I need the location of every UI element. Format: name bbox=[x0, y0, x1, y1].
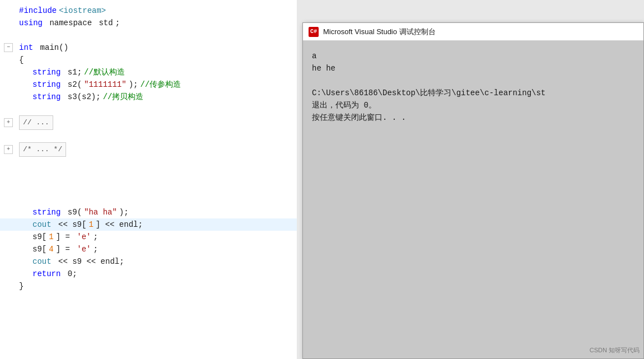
code-token: 'e' bbox=[74, 243, 91, 255]
code-line: −int main() bbox=[0, 41, 297, 54]
code-token: s9[ bbox=[30, 243, 46, 255]
code-line: string s1;//默认构造 bbox=[0, 66, 297, 78]
line-content: } bbox=[17, 280, 297, 292]
debug-body: ahe he C:\Users\86186\Desktop\比特学习\gitee… bbox=[303, 41, 643, 358]
debug-window: C# Microsoft Visual Studio 调试控制台 ahe he … bbox=[302, 22, 644, 359]
line-content: #include<iostream> bbox=[17, 4, 297, 17]
right-panel: C# Microsoft Visual Studio 调试控制台 ahe he … bbox=[297, 0, 644, 359]
code-token: ); bbox=[127, 78, 138, 91]
code-token: <iostream> bbox=[57, 4, 106, 17]
code-line bbox=[0, 130, 297, 142]
code-token: int bbox=[17, 41, 33, 54]
watermark: CSDN 知呀写代码 bbox=[590, 346, 640, 355]
code-token: << s9[ bbox=[52, 218, 87, 231]
code-token: 0; bbox=[60, 268, 77, 280]
line-content: s9[4] = 'e'; bbox=[17, 243, 297, 255]
code-token: << s9 << endl; bbox=[52, 255, 124, 268]
code-line: +/* ... */ bbox=[0, 142, 297, 157]
code-line: s9[1] = 'e'; bbox=[0, 231, 297, 243]
line-content: { bbox=[17, 54, 297, 66]
code-token: "1111111" bbox=[82, 78, 127, 91]
code-line bbox=[0, 181, 297, 194]
code-line: string s9("ha ha"); bbox=[0, 206, 297, 218]
code-token: ] = bbox=[54, 231, 75, 243]
debug-output-line: he he bbox=[312, 62, 634, 74]
code-token: #include bbox=[17, 4, 57, 17]
code-token: } bbox=[17, 280, 24, 292]
code-line bbox=[0, 169, 297, 181]
code-line: cout << s9[1] << endl; bbox=[0, 218, 297, 231]
code-token: namespace bbox=[43, 17, 96, 29]
code-token: ); bbox=[117, 206, 129, 218]
code-line: return 0; bbox=[0, 268, 297, 280]
code-token: ; bbox=[91, 243, 97, 255]
debug-output-line bbox=[312, 76, 316, 85]
folded-block[interactable]: // ... bbox=[19, 115, 53, 130]
code-token: string bbox=[30, 78, 60, 91]
code-line: s9[4] = 'e'; bbox=[0, 243, 297, 255]
code-line: } bbox=[0, 280, 297, 292]
folded-block[interactable]: /* ... */ bbox=[19, 142, 66, 157]
line-content: string s1;//默认构造 bbox=[17, 66, 297, 78]
code-token: return bbox=[30, 268, 60, 280]
code-token: using bbox=[17, 17, 43, 29]
code-token: //拷贝构造 bbox=[101, 91, 144, 103]
line-content: using namespace std; bbox=[17, 17, 297, 29]
line-content: string s9("ha ha"); bbox=[17, 206, 297, 218]
line-content: string s3(s2);//拷贝构造 bbox=[17, 91, 297, 103]
code-token: s9( bbox=[60, 206, 82, 218]
code-token: main() bbox=[33, 41, 68, 54]
line-gutter: + bbox=[0, 118, 17, 127]
code-token: 'e' bbox=[74, 231, 91, 243]
debug-icon-text: C# bbox=[310, 29, 317, 35]
fold-plus-button[interactable]: + bbox=[4, 118, 13, 127]
debug-title: Microsoft Visual Studio 调试控制台 bbox=[323, 27, 436, 37]
code-token: s9[ bbox=[30, 231, 46, 243]
line-content: cout << s9 << endl; bbox=[17, 255, 297, 268]
fold-minus-button[interactable]: − bbox=[4, 43, 13, 52]
code-token: //传参构造 bbox=[138, 78, 181, 91]
code-line bbox=[0, 194, 297, 206]
debug-output-line: a bbox=[312, 50, 634, 62]
code-content: #include<iostream>using namespace std;−i… bbox=[0, 0, 297, 297]
code-token: cout bbox=[30, 255, 52, 268]
code-token: ; bbox=[91, 231, 97, 243]
line-gutter: − bbox=[0, 43, 17, 52]
line-gutter: + bbox=[0, 145, 17, 154]
debug-output-line: C:\Users\86186\Desktop\比特学习\gitee\c-lear… bbox=[312, 87, 634, 99]
line-content: // ... bbox=[17, 115, 297, 130]
code-token: 1 bbox=[86, 218, 93, 231]
line-content: int main() bbox=[17, 41, 297, 54]
code-token: cout bbox=[30, 218, 52, 231]
code-token: ] << endl; bbox=[94, 218, 143, 231]
debug-output-line: 退出，代码为 0。 bbox=[312, 99, 634, 111]
code-line: +// ... bbox=[0, 115, 297, 130]
code-token: { bbox=[17, 54, 24, 66]
code-editor: #include<iostream>using namespace std;−i… bbox=[0, 0, 297, 359]
debug-output-line: 按任意键关闭此窗口. . . bbox=[312, 111, 634, 124]
code-token: s3(s2); bbox=[60, 91, 100, 103]
code-token: s2( bbox=[60, 78, 82, 91]
code-token: 4 bbox=[46, 243, 53, 255]
code-token: string bbox=[30, 206, 60, 218]
code-token: std bbox=[96, 17, 113, 29]
line-content: return 0; bbox=[17, 268, 297, 280]
code-line: #include<iostream> bbox=[0, 4, 297, 17]
code-line bbox=[0, 103, 297, 115]
code-token: "ha ha" bbox=[82, 206, 117, 218]
line-content: string s2("1111111");//传参构造 bbox=[17, 78, 297, 91]
code-line: { bbox=[0, 54, 297, 66]
code-token: ; bbox=[113, 17, 120, 29]
code-token: s1; bbox=[60, 66, 82, 78]
code-token: string bbox=[30, 66, 60, 78]
fold-plus-button[interactable]: + bbox=[4, 145, 13, 154]
code-line: cout << s9 << endl; bbox=[0, 255, 297, 268]
code-line: using namespace std; bbox=[0, 17, 297, 29]
code-line bbox=[0, 29, 297, 41]
line-content: s9[1] = 'e'; bbox=[17, 231, 297, 243]
code-line bbox=[0, 157, 297, 169]
line-content: cout << s9[1] << endl; bbox=[17, 218, 297, 231]
code-token: //默认构造 bbox=[82, 66, 125, 78]
code-line: string s3(s2);//拷贝构造 bbox=[0, 91, 297, 103]
code-line: string s2("1111111");//传参构造 bbox=[0, 78, 297, 91]
